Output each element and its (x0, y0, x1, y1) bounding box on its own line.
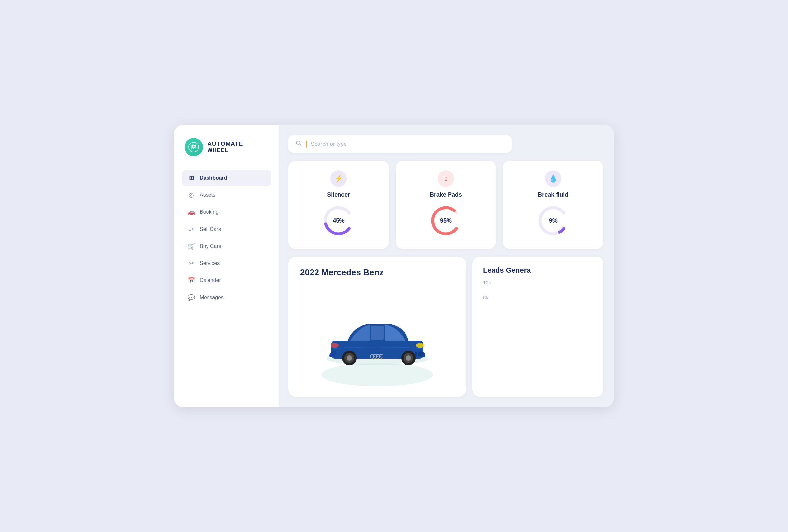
buy-cars-icon: 🛒 (188, 243, 195, 250)
sidebar-label-messages: Messages (200, 295, 223, 300)
brake-pads-donut: 95% (430, 204, 462, 237)
svg-point-1 (192, 145, 193, 146)
sidebar-label-calender: Calender (200, 277, 221, 283)
sidebar-item-buy-cars[interactable]: 🛒 Buy Cars (182, 238, 271, 254)
silencer-donut: 45% (322, 204, 355, 237)
silencer-title: Silencer (327, 192, 350, 198)
silencer-icon-wrap: ⚡ (330, 171, 347, 187)
break-fluid-donut: 9% (537, 204, 570, 237)
leads-yval: 10k (483, 280, 593, 285)
app-container: AUTOMATE WHEEL ⊞ Dashboard◎ Assets🚗 Book… (174, 125, 614, 407)
car-image-wrap (300, 283, 454, 386)
sidebar-label-services: Services (200, 260, 220, 266)
brake-pads-icon-wrap: ↕ (438, 171, 454, 187)
svg-point-2 (194, 145, 196, 146)
sidebar-label-dashboard: Dashboard (200, 175, 227, 181)
search-divider (306, 141, 307, 148)
silencer-value: 45% (333, 217, 344, 224)
services-icon: ✂ (188, 260, 195, 267)
metric-card-silencer: ⚡ Silencer 45% (288, 161, 389, 249)
search-bar (288, 135, 512, 153)
leads-yaxis: 10k6k (483, 280, 593, 300)
bottom-row: 2022 Mercedes Benz (288, 257, 604, 397)
car-svg (321, 301, 433, 368)
logo-subtitle: WHEEL (208, 147, 243, 153)
svg-rect-12 (371, 326, 384, 339)
break-fluid-title: Break fluid (538, 192, 568, 198)
leads-card-title: Leads Genera (483, 266, 593, 275)
metric-card-brake-pads: ↕ Brake Pads 95% (396, 161, 496, 249)
sidebar: AUTOMATE WHEEL ⊞ Dashboard◎ Assets🚗 Book… (174, 125, 279, 407)
sidebar-item-messages[interactable]: 💬 Messages (182, 290, 271, 306)
metric-card-break-fluid: 💧 Break fluid 9% (503, 161, 604, 249)
car-card: 2022 Mercedes Benz (288, 257, 466, 397)
logo-area: AUTOMATE WHEEL (182, 138, 271, 156)
messages-icon: 💬 (188, 294, 195, 301)
break-fluid-icon-wrap: 💧 (545, 171, 562, 187)
logo-text: AUTOMATE WHEEL (208, 141, 243, 153)
svg-point-13 (416, 343, 424, 348)
car-card-title: 2022 Mercedes Benz (300, 267, 454, 277)
leads-card: Leads Genera 10k6k (472, 257, 604, 397)
sidebar-item-services[interactable]: ✂ Services (182, 256, 271, 271)
sidebar-nav: ⊞ Dashboard◎ Assets🚗 Booking🛍 Sell Cars🛒… (182, 170, 271, 306)
svg-point-25 (406, 355, 411, 360)
svg-point-14 (331, 343, 338, 348)
main-content: ⚡ Silencer 45% ↕ Brake Pads 95% 💧 Break … (279, 125, 614, 407)
sidebar-label-assets: Assets (200, 192, 215, 198)
leads-yval: 6k (483, 295, 593, 300)
sidebar-item-dashboard[interactable]: ⊞ Dashboard (182, 170, 271, 186)
brake-pads-title: Brake Pads (430, 192, 462, 198)
svg-point-0 (189, 142, 199, 152)
logo-icon (184, 138, 203, 156)
sidebar-item-booking[interactable]: 🚗 Booking (182, 204, 271, 220)
brake-pads-value: 95% (440, 217, 452, 224)
sell-cars-icon: 🛍 (188, 225, 195, 233)
sidebar-label-buy-cars: Buy Cars (200, 243, 221, 249)
svg-point-28 (347, 355, 352, 360)
search-icon (296, 140, 302, 148)
assets-icon: ◎ (188, 192, 195, 199)
sidebar-label-booking: Booking (200, 209, 219, 215)
sidebar-item-sell-cars[interactable]: 🛍 Sell Cars (182, 221, 271, 237)
search-input[interactable] (311, 141, 504, 147)
calender-icon: 📅 (188, 277, 195, 284)
dashboard-icon: ⊞ (188, 174, 195, 182)
sidebar-label-sell-cars: Sell Cars (200, 226, 221, 232)
sidebar-item-assets[interactable]: ◎ Assets (182, 187, 271, 203)
logo-title: AUTOMATE (208, 141, 243, 147)
booking-icon: 🚗 (188, 209, 195, 216)
sidebar-item-calender[interactable]: 📅 Calender (182, 273, 271, 288)
metric-cards-row: ⚡ Silencer 45% ↕ Brake Pads 95% 💧 Break … (288, 161, 604, 249)
break-fluid-value: 9% (549, 217, 557, 224)
